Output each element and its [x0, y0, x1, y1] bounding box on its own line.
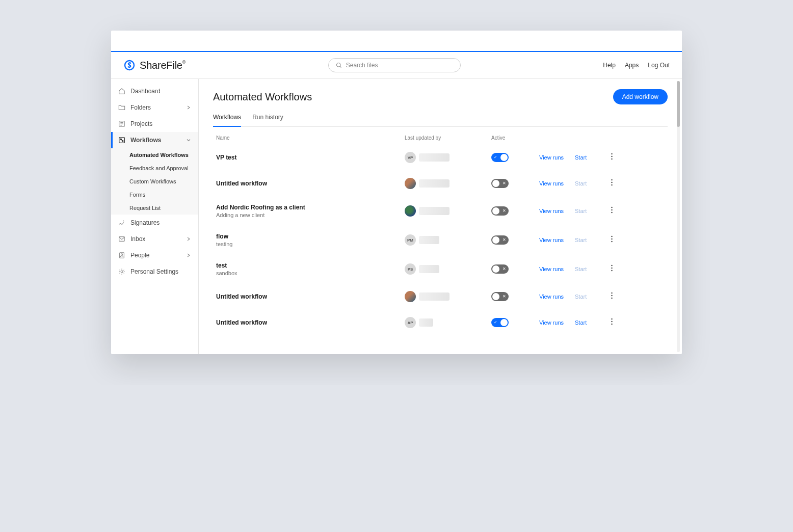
avatar — [405, 291, 416, 302]
sidebar-sub-custom[interactable]: Custom Workflows — [111, 175, 198, 188]
svg-point-22 — [611, 265, 613, 267]
row-title: test — [216, 262, 405, 269]
content: Automated Workflows Add workflow Workflo… — [199, 79, 682, 354]
view-runs-link[interactable]: View runs — [539, 320, 575, 326]
view-runs-link[interactable]: View runs — [539, 154, 575, 161]
brand[interactable]: ShareFile® — [123, 59, 186, 71]
view-runs-link[interactable]: View runs — [539, 180, 575, 187]
table-row[interactable]: flow testing PM ✕ View runs Start — [213, 226, 668, 255]
top-bar: ShareFile® Search files Help Apps Log Ou… — [111, 51, 682, 79]
avatar — [405, 178, 416, 189]
sidebar-item-label: Signatures — [130, 219, 160, 226]
signature-icon — [118, 219, 125, 226]
start-link[interactable]: Start — [575, 320, 605, 326]
active-toggle[interactable]: ✓ — [491, 318, 509, 327]
sidebar-item-inbox[interactable]: Inbox — [111, 231, 198, 247]
table-body: VP test VP ✓ View runs Start Untitled wo… — [213, 145, 668, 336]
col-header-updated[interactable]: Last updated by — [405, 135, 491, 141]
apps-link[interactable]: Apps — [625, 62, 639, 69]
sidebar-sub-request[interactable]: Request List — [111, 201, 198, 215]
sidebar-item-projects[interactable]: Projects — [111, 116, 198, 132]
sidebar-item-label: Dashboard — [130, 88, 161, 95]
table-row[interactable]: VP test VP ✓ View runs Start — [213, 145, 668, 171]
add-workflow-button[interactable]: Add workflow — [613, 89, 668, 104]
sidebar-item-label: Workflows — [130, 137, 161, 144]
table-row[interactable]: Add Nordic Roofing as a client Adding a … — [213, 197, 668, 226]
folder-icon — [118, 104, 125, 111]
active-toggle[interactable]: ✓ — [491, 153, 509, 162]
sidebar-sub-feedback[interactable]: Feedback and Approval — [111, 162, 198, 175]
tab-run-history[interactable]: Run history — [252, 114, 283, 126]
sidebar-item-signatures[interactable]: Signatures — [111, 215, 198, 231]
svg-point-4 — [120, 139, 121, 140]
row-title: flow — [216, 233, 405, 240]
svg-point-5 — [122, 141, 123, 142]
gear-icon — [118, 268, 125, 275]
chevron-right-icon — [186, 253, 191, 258]
sidebar-item-settings[interactable]: Personal Settings — [111, 263, 198, 280]
active-toggle[interactable]: ✕ — [491, 179, 509, 188]
svg-point-18 — [611, 212, 613, 214]
redacted-name — [419, 292, 450, 301]
row-menu-button[interactable] — [605, 179, 618, 188]
main-area: Dashboard Folders Projects Workflows Aut… — [111, 79, 682, 354]
start-link: Start — [575, 294, 605, 300]
active-toggle[interactable]: ✕ — [491, 292, 509, 301]
view-runs-link[interactable]: View runs — [539, 266, 575, 272]
svg-point-14 — [611, 182, 613, 183]
row-subtitle: testing — [216, 241, 405, 247]
svg-point-27 — [611, 298, 613, 299]
view-runs-link[interactable]: View runs — [539, 294, 575, 300]
row-menu-button[interactable] — [605, 264, 618, 274]
row-menu-button[interactable] — [605, 153, 618, 162]
start-link: Start — [575, 208, 605, 214]
redacted-name — [419, 153, 450, 162]
search-input[interactable]: Search files — [328, 58, 461, 72]
tabs: Workflows Run history — [213, 114, 668, 127]
row-menu-button[interactable] — [605, 206, 618, 216]
row-title: Untitled workflow — [216, 180, 405, 187]
search-icon — [336, 62, 342, 68]
row-title: VP test — [216, 154, 405, 161]
more-vertical-icon — [611, 318, 613, 325]
active-toggle[interactable]: ✕ — [491, 235, 509, 245]
row-menu-button[interactable] — [605, 235, 618, 245]
sidebar-item-dashboard[interactable]: Dashboard — [111, 83, 198, 99]
logout-link[interactable]: Log Out — [648, 62, 670, 69]
view-runs-link[interactable]: View runs — [539, 237, 575, 243]
row-menu-button[interactable] — [605, 318, 618, 327]
view-runs-link[interactable]: View runs — [539, 208, 575, 214]
sharefile-logo-icon — [123, 59, 136, 71]
sidebar-item-people[interactable]: People — [111, 247, 198, 263]
svg-point-30 — [611, 324, 613, 325]
sidebar-sub-forms[interactable]: Forms — [111, 188, 198, 201]
row-subtitle: sandbox — [216, 270, 405, 276]
col-header-name[interactable]: Name — [216, 135, 405, 141]
sidebar-item-folders[interactable]: Folders — [111, 99, 198, 116]
brand-name: ShareFile® — [140, 60, 186, 71]
redacted-name — [419, 207, 450, 215]
col-header-active[interactable]: Active — [491, 135, 539, 141]
table-row[interactable]: test sandbox PS ✕ View runs Start — [213, 255, 668, 284]
table-row[interactable]: Untitled workflow ✕ View runs Start — [213, 284, 668, 310]
sidebar-subitems: Automated Workflows Feedback and Approva… — [111, 148, 198, 215]
active-toggle[interactable]: ✕ — [491, 206, 509, 216]
start-link[interactable]: Start — [575, 154, 605, 161]
tab-workflows[interactable]: Workflows — [213, 114, 241, 127]
sidebar-sub-automated[interactable]: Automated Workflows — [111, 148, 198, 162]
scrollbar[interactable] — [676, 81, 681, 352]
chevron-down-icon — [186, 138, 191, 143]
row-subtitle: Adding a new client — [216, 212, 405, 218]
row-menu-button[interactable] — [605, 292, 618, 301]
active-toggle[interactable]: ✕ — [491, 264, 509, 274]
redacted-name — [419, 236, 439, 244]
svg-point-9 — [121, 271, 123, 273]
scroll-thumb[interactable] — [677, 81, 680, 127]
svg-point-17 — [611, 209, 613, 211]
svg-point-28 — [611, 318, 613, 320]
sidebar-item-workflows[interactable]: Workflows — [111, 132, 198, 148]
more-vertical-icon — [611, 235, 613, 243]
help-link[interactable]: Help — [603, 62, 616, 69]
table-row[interactable]: Untitled workflow AP ✓ View runs Start — [213, 310, 668, 336]
table-row[interactable]: Untitled workflow ✕ View runs Start — [213, 171, 668, 197]
